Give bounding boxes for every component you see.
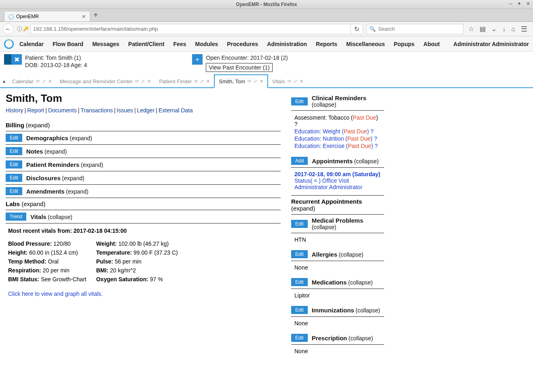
- menu-modules[interactable]: Modules: [195, 41, 218, 47]
- new-encounter-button[interactable]: ＋: [192, 54, 203, 65]
- expand-icon[interactable]: ⤢: [200, 79, 204, 84]
- maximize-icon[interactable]: ✦: [516, 1, 522, 6]
- back-button[interactable]: ←: [2, 23, 14, 35]
- section-title[interactable]: Clinical Reminders: [312, 95, 366, 101]
- section-title[interactable]: Notes: [26, 148, 43, 155]
- section-recurrent-appointments[interactable]: Recurrent Appointments (expand): [291, 196, 384, 215]
- edit-button[interactable]: Edit: [6, 187, 22, 195]
- close-tab-icon[interactable]: ✕: [300, 79, 303, 84]
- section-title[interactable]: Disclosures: [26, 175, 61, 181]
- section-title[interactable]: Amendments: [26, 188, 65, 195]
- refresh-icon[interactable]: ⟳: [36, 79, 40, 84]
- tabrow-caret-icon[interactable]: ▴: [0, 74, 8, 87]
- expand-icon[interactable]: ⤢: [141, 79, 145, 84]
- section-title[interactable]: Allergies: [312, 251, 337, 258]
- section-toggle[interactable]: (expand): [62, 175, 84, 181]
- view-past-encounter-button[interactable]: View Past Encounter (1): [206, 63, 273, 72]
- patient-close-icon[interactable]: ✖: [11, 54, 22, 65]
- section-labs[interactable]: Labs (expand): [6, 198, 281, 210]
- patient-list-icon[interactable]: [4, 54, 11, 65]
- appointment-detail[interactable]: 2017-02-18, 09:00 am (Saturday)Status( <…: [291, 168, 384, 196]
- clipboard-icon[interactable]: ▤: [480, 25, 486, 33]
- menu-flow-board[interactable]: Flow Board: [53, 41, 83, 47]
- section-toggle[interactable]: (expand): [70, 135, 92, 141]
- subnav-documents[interactable]: Documents: [48, 107, 77, 114]
- current-user[interactable]: Administrator Administrator: [453, 41, 529, 47]
- close-tab-icon[interactable]: ✕: [48, 79, 52, 84]
- browser-tab[interactable]: ◯ OpenEMR ✕: [4, 11, 90, 21]
- close-tab-icon[interactable]: ✕: [147, 79, 151, 84]
- menu-administration[interactable]: Administration: [267, 41, 307, 47]
- section-toggle[interactable]: (collapse): [48, 214, 72, 220]
- info-icon[interactable]: ⓘ: [17, 25, 22, 33]
- subnav-external-data[interactable]: External Data: [159, 107, 193, 114]
- download-icon[interactable]: ↓: [502, 25, 506, 33]
- edit-button[interactable]: Edit: [6, 160, 22, 169]
- menu-patient-client[interactable]: Patient/Client: [128, 41, 164, 47]
- refresh-icon[interactable]: ⟳: [247, 79, 251, 84]
- tab-patient-finder[interactable]: Patient Finder⟳⤢✕: [155, 74, 214, 87]
- edit-button[interactable]: Edit: [6, 147, 22, 155]
- pocket-icon[interactable]: ⌄: [491, 25, 497, 33]
- expand-icon[interactable]: ⤢: [294, 79, 297, 84]
- trend-button[interactable]: Trend: [6, 213, 26, 221]
- tab-vitals[interactable]: Vitals⟳⤢✕: [268, 74, 307, 87]
- edit-button[interactable]: Edit: [291, 250, 308, 258]
- section-toggle[interactable]: (collapse): [354, 158, 379, 164]
- reminder-item[interactable]: Assessment: Tobacco (Past Due) ?: [294, 114, 381, 128]
- refresh-icon[interactable]: ⟳: [288, 79, 291, 84]
- reminder-item[interactable]: Education: Weight (Past Due) ?: [294, 128, 381, 135]
- subnav-report[interactable]: Report: [27, 107, 44, 114]
- subnav-issues[interactable]: Issues: [117, 107, 133, 114]
- tab-calendar[interactable]: Calendar⟳⤢✕: [8, 74, 56, 87]
- menu-messages[interactable]: Messages: [92, 41, 119, 47]
- section-toggle[interactable]: (collapse): [355, 307, 380, 314]
- menu-reports[interactable]: Reports: [316, 41, 337, 47]
- home-icon[interactable]: ⌂: [511, 25, 515, 33]
- edit-button[interactable]: Edit: [6, 134, 22, 142]
- section-title[interactable]: Appointments: [312, 158, 353, 164]
- edit-button[interactable]: Edit: [6, 174, 22, 182]
- menu-calendar[interactable]: Calendar: [19, 41, 44, 47]
- close-icon[interactable]: ✕: [525, 1, 531, 6]
- star-icon[interactable]: ☆: [468, 25, 474, 33]
- section-title[interactable]: Medical Problems: [312, 217, 364, 224]
- section-billing[interactable]: Billing (expand): [6, 119, 281, 131]
- section-toggle[interactable]: (expand): [81, 162, 103, 168]
- refresh-icon[interactable]: ⟳: [194, 79, 198, 84]
- menu-procedures[interactable]: Procedures: [227, 41, 258, 47]
- add-button[interactable]: Add: [291, 157, 308, 165]
- menu-about[interactable]: About: [423, 41, 440, 47]
- patient-name[interactable]: Tom Smith (1): [46, 55, 81, 61]
- section-toggle[interactable]: (collapse): [349, 335, 373, 341]
- reminder-item[interactable]: Education: Nutrition (Past Due) ?: [294, 135, 381, 142]
- subnav-transactions[interactable]: Transactions: [80, 107, 113, 114]
- section-toggle[interactable]: (collapse): [339, 251, 364, 258]
- section-title[interactable]: Immunizations: [312, 307, 354, 314]
- section-title[interactable]: Vitals: [30, 213, 47, 220]
- edit-button[interactable]: Edit: [291, 278, 308, 286]
- edit-button[interactable]: Edit: [291, 334, 308, 342]
- menu-miscellaneous[interactable]: Miscellaneous: [346, 41, 385, 47]
- menu-popups[interactable]: Popups: [394, 41, 415, 47]
- tab-close-icon[interactable]: ✕: [82, 14, 86, 19]
- edit-button[interactable]: Edit: [291, 306, 308, 314]
- encounter-value[interactable]: 2017-02-18 (2): [250, 55, 288, 61]
- section-title[interactable]: Demographics: [26, 135, 68, 141]
- search-input[interactable]: [378, 26, 461, 32]
- expand-icon[interactable]: ⤢: [42, 79, 46, 84]
- refresh-icon[interactable]: ⟳: [135, 79, 139, 84]
- minimize-icon[interactable]: ─: [508, 1, 514, 6]
- url-input[interactable]: [30, 24, 351, 34]
- section-title[interactable]: Patient Reminders: [26, 161, 80, 168]
- tab-message-and-reminder-center[interactable]: Message and Reminder Center⟳⤢✕: [56, 74, 155, 87]
- section-title[interactable]: Medications: [312, 279, 347, 286]
- section-toggle[interactable]: (collapse): [312, 101, 336, 108]
- reload-button[interactable]: ↻: [351, 24, 363, 34]
- edit-button[interactable]: Edit: [291, 220, 308, 228]
- search-box[interactable]: 🔍: [366, 24, 463, 34]
- section-toggle[interactable]: (expand): [66, 188, 88, 195]
- subnav-history[interactable]: History: [6, 107, 23, 114]
- section-toggle[interactable]: (expand): [44, 148, 67, 155]
- tab-smith--tom[interactable]: Smith, Tom⟳⤢✕: [214, 74, 268, 88]
